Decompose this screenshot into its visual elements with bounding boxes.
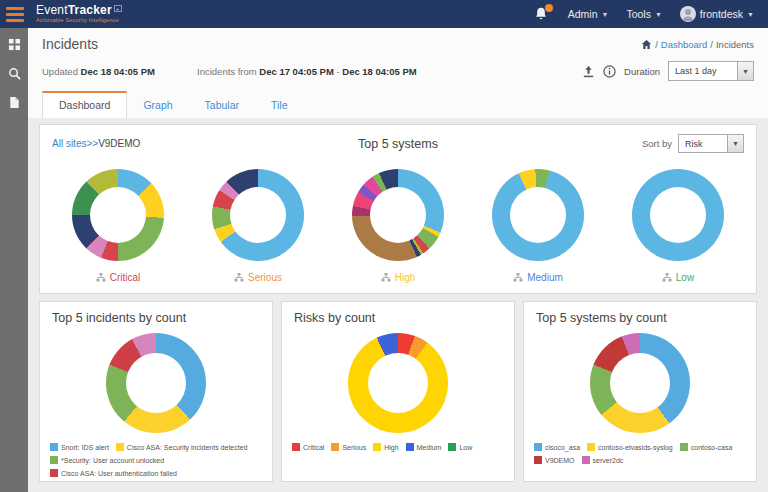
report-document-icon[interactable] xyxy=(8,96,21,109)
caret-down-icon: ▼ xyxy=(655,11,662,18)
page-header: Incidents / Dashboard / Incidents Update… xyxy=(28,28,768,118)
legend-item[interactable]: *Security: User account unlocked xyxy=(50,456,164,464)
sitemap-icon xyxy=(234,273,244,282)
donut-chart-serious[interactable] xyxy=(212,169,304,261)
top-systems-panel: All sites>>V9DEMO Top 5 systems Sort by … xyxy=(39,124,757,294)
donut-chart-low[interactable] xyxy=(632,169,724,261)
risk-label-text: Medium xyxy=(527,272,563,283)
risks-by-count-panel: Risks by count Critical Serious High Med… xyxy=(281,301,515,482)
notification-badge xyxy=(545,4,553,12)
top-systems-title: Top 5 systems xyxy=(52,137,744,151)
breadcrumb: / Dashboard / Incidents xyxy=(641,39,754,50)
risk-donut-low: Low xyxy=(608,169,748,283)
breadcrumb-separator: / xyxy=(655,39,658,50)
legend-item[interactable]: Cisco ASA: Security incidents detected xyxy=(116,443,248,451)
systems-legend: cisoco_asa contoso-etvasids-syslog conto… xyxy=(524,433,756,470)
sitemap-icon xyxy=(513,273,523,282)
legend-item[interactable]: Critical xyxy=(292,443,324,451)
tab-tile[interactable]: Tile xyxy=(255,92,304,118)
caret-down-icon: ▼ xyxy=(747,11,754,18)
caret-down-icon: ▼ xyxy=(601,11,608,18)
user-menu[interactable]: frontdesk ▼ xyxy=(680,6,754,22)
search-icon[interactable] xyxy=(8,67,21,80)
risk-label-serious[interactable]: Serious xyxy=(234,272,282,283)
admin-menu-label: Admin xyxy=(568,8,598,20)
risk-label-text: High xyxy=(395,272,416,283)
legend-item[interactable]: contoso-casa xyxy=(680,443,733,451)
select-arrow-icon: ▼ xyxy=(737,62,753,80)
page-title: Incidents xyxy=(42,36,98,52)
dashboard-grid-icon[interactable] xyxy=(8,38,21,51)
legend-item[interactable]: contoso-etvasids-syslog xyxy=(587,443,673,451)
duration-select[interactable]: Last 1 day ▼ xyxy=(668,61,754,81)
tab-graph[interactable]: Graph xyxy=(127,92,188,118)
donut-chart-critical[interactable] xyxy=(72,169,164,261)
risks-legend: Critical Serious High Medium Low xyxy=(282,433,514,457)
sort-by-select[interactable]: Risk ▼ xyxy=(678,134,744,153)
legend-item[interactable]: Cisco ASA: User authentication failed xyxy=(50,469,177,477)
brand-logo[interactable]: EventTracker + Actionable Security Intel… xyxy=(36,4,122,24)
donut-chart-incidents-by-count[interactable] xyxy=(106,333,206,433)
donut-chart-high[interactable] xyxy=(352,169,444,261)
hamburger-menu-icon[interactable] xyxy=(0,0,30,28)
notifications-bell-icon[interactable] xyxy=(534,6,550,22)
admin-menu[interactable]: Admin ▼ xyxy=(568,8,609,20)
sitemap-icon xyxy=(662,273,672,282)
all-sites-link[interactable]: All sites>> xyxy=(52,138,98,149)
risk-label-critical[interactable]: Critical xyxy=(96,272,141,283)
donut-chart-systems-by-count[interactable] xyxy=(590,333,690,433)
risk-label-medium[interactable]: Medium xyxy=(513,272,563,283)
legend-item[interactable]: Serious xyxy=(331,443,366,451)
breadcrumb-dashboard-link[interactable]: Dashboard xyxy=(661,39,707,50)
risk-donut-medium: Medium xyxy=(468,169,608,283)
incidents-range: Incidents from Dec 17 04:05 PM - Dec 18 … xyxy=(197,66,417,77)
legend-item[interactable]: Low xyxy=(448,443,472,451)
brand-tagline: Actionable Security Intelligence xyxy=(36,18,122,24)
left-sidebar xyxy=(0,28,28,492)
duration-label: Duration xyxy=(624,66,660,77)
sitemap-icon xyxy=(96,273,106,282)
sort-by-label: Sort by xyxy=(642,138,672,149)
legend-item[interactable]: High xyxy=(373,443,398,451)
risk-donut-serious: Serious xyxy=(188,169,328,283)
user-avatar xyxy=(680,6,696,22)
brand-tracker: Tracker xyxy=(68,4,112,16)
site-breadcrumb: All sites>>V9DEMO xyxy=(52,138,140,149)
incidents-legend: Snort: IDS alert Cisco ASA: Security inc… xyxy=(40,433,272,483)
home-icon[interactable] xyxy=(641,39,652,50)
tab-tabular[interactable]: Tabular xyxy=(189,92,255,118)
sitemap-icon xyxy=(381,273,391,282)
info-icon[interactable] xyxy=(603,65,616,78)
legend-item[interactable]: cisoco_asa xyxy=(534,443,580,451)
panel-title: Top 5 systems by count xyxy=(524,302,756,325)
main-content: Incidents / Dashboard / Incidents Update… xyxy=(28,28,768,492)
risk-label-low[interactable]: Low xyxy=(662,272,694,283)
risk-label-text: Low xyxy=(676,272,694,283)
brand-event: Event xyxy=(36,4,68,16)
legend-item[interactable]: server2dc xyxy=(582,456,624,464)
donut-chart-medium[interactable] xyxy=(492,169,584,261)
risk-donut-high: High xyxy=(328,169,468,283)
brand-plus-icon: + xyxy=(114,5,122,12)
panel-title: Top 5 incidents by count xyxy=(40,302,272,325)
risk-label-text: Critical xyxy=(110,272,141,283)
export-upload-icon[interactable] xyxy=(582,65,595,78)
breadcrumb-current: Incidents xyxy=(716,39,754,50)
view-tabs: Dashboard Graph Tabular Tile xyxy=(42,91,754,118)
legend-item[interactable]: Snort: IDS alert xyxy=(50,443,109,451)
legend-item[interactable]: V9DEMO xyxy=(534,456,575,464)
tools-menu[interactable]: Tools ▼ xyxy=(626,8,661,20)
user-menu-label: frontdesk xyxy=(700,8,743,20)
tab-dashboard[interactable]: Dashboard xyxy=(42,91,127,118)
legend-item[interactable]: Medium xyxy=(406,443,442,451)
dashboard-content: All sites>>V9DEMO Top 5 systems Sort by … xyxy=(28,118,768,492)
breadcrumb-separator: / xyxy=(710,39,713,50)
top-navbar: EventTracker + Actionable Security Intel… xyxy=(0,0,768,28)
risk-label-high[interactable]: High xyxy=(381,272,416,283)
risk-donut-critical: Critical xyxy=(48,169,188,283)
select-arrow-icon: ▼ xyxy=(727,135,743,152)
donut-chart-risks-by-count[interactable] xyxy=(348,333,448,433)
site-name: V9DEMO xyxy=(98,138,140,149)
top-incidents-panel: Top 5 incidents by count Snort: IDS aler… xyxy=(39,301,273,482)
updated-timestamp: Updated Dec 18 04:05 PM xyxy=(42,66,155,77)
